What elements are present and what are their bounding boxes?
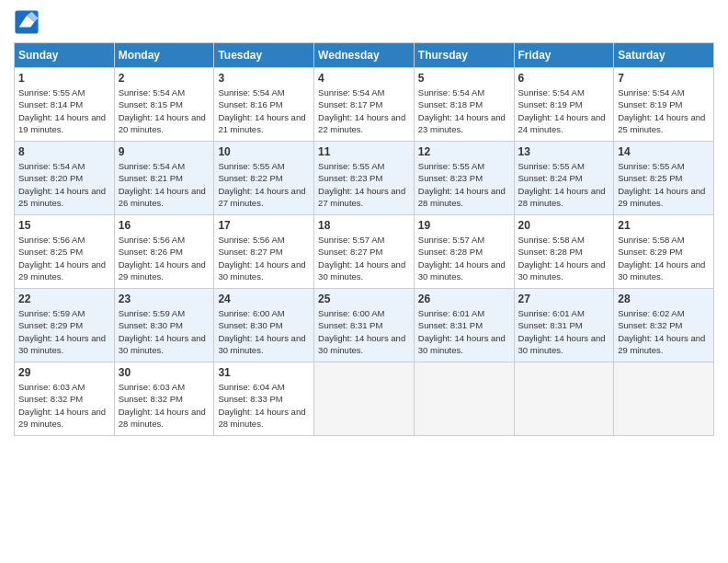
table-row: 2Sunrise: 5:54 AMSunset: 8:15 PMDaylight… [114,68,214,142]
day-number: 13 [518,145,610,158]
day-number: 6 [518,72,610,85]
day-number: 25 [318,293,410,305]
day-number: 14 [618,145,710,158]
table-row: 21Sunrise: 5:58 AMSunset: 8:29 PMDayligh… [614,215,714,289]
day-number: 12 [418,145,510,158]
column-header-sunday: Sunday [15,43,115,68]
day-number: 4 [318,72,410,85]
day-number: 11 [318,145,410,158]
table-row: 8Sunrise: 5:54 AMSunset: 8:20 PMDaylight… [15,142,115,215]
logo [14,9,43,35]
table-row [314,362,415,436]
table-row: 7Sunrise: 5:54 AMSunset: 8:19 PMDaylight… [614,68,714,142]
day-number: 21 [618,219,710,232]
table-row: 12Sunrise: 5:55 AMSunset: 8:23 PMDayligh… [414,142,514,215]
day-info: Sunrise: 5:59 AMSunset: 8:30 PMDaylight:… [119,307,210,356]
table-row: 3Sunrise: 5:54 AMSunset: 8:16 PMDaylight… [214,68,314,142]
table-row: 23Sunrise: 5:59 AMSunset: 8:30 PMDayligh… [114,289,214,362]
table-row: 19Sunrise: 5:57 AMSunset: 8:28 PMDayligh… [414,215,514,289]
day-info: Sunrise: 5:54 AMSunset: 8:19 PMDaylight:… [518,86,610,135]
table-row: 26Sunrise: 6:01 AMSunset: 8:31 PMDayligh… [414,289,514,362]
day-number: 17 [218,219,310,232]
table-row: 14Sunrise: 5:55 AMSunset: 8:25 PMDayligh… [614,142,714,215]
table-row [414,362,514,436]
day-info: Sunrise: 5:55 AMSunset: 8:25 PMDaylight:… [618,160,710,209]
day-info: Sunrise: 5:57 AMSunset: 8:27 PMDaylight:… [318,234,410,282]
day-info: Sunrise: 5:54 AMSunset: 8:16 PMDaylight:… [218,86,310,135]
page-header [14,9,714,35]
day-info: Sunrise: 5:57 AMSunset: 8:28 PMDaylight:… [418,234,510,282]
table-row: 15Sunrise: 5:56 AMSunset: 8:25 PMDayligh… [15,215,115,289]
day-info: Sunrise: 5:54 AMSunset: 8:17 PMDaylight:… [318,86,410,135]
day-info: Sunrise: 5:56 AMSunset: 8:25 PMDaylight:… [18,234,110,282]
day-number: 22 [18,293,110,305]
table-row: 13Sunrise: 5:55 AMSunset: 8:24 PMDayligh… [514,142,614,215]
table-row: 9Sunrise: 5:54 AMSunset: 8:21 PMDaylight… [114,142,214,215]
table-row: 31Sunrise: 6:04 AMSunset: 8:33 PMDayligh… [214,362,314,436]
table-row: 17Sunrise: 5:56 AMSunset: 8:27 PMDayligh… [214,215,314,289]
day-info: Sunrise: 5:56 AMSunset: 8:27 PMDaylight:… [218,234,310,282]
day-number: 3 [218,72,310,85]
day-number: 5 [418,72,510,85]
day-number: 24 [218,293,310,305]
day-info: Sunrise: 6:00 AMSunset: 8:31 PMDaylight:… [318,307,410,356]
day-info: Sunrise: 5:59 AMSunset: 8:29 PMDaylight:… [18,307,110,356]
day-number: 1 [18,72,110,85]
day-info: Sunrise: 5:54 AMSunset: 8:20 PMDaylight:… [18,160,110,209]
logo-icon [14,9,40,35]
column-header-friday: Friday [514,43,614,68]
day-info: Sunrise: 6:01 AMSunset: 8:31 PMDaylight:… [518,307,610,356]
day-number: 28 [618,293,710,305]
day-number: 9 [119,145,210,158]
day-number: 10 [218,145,310,158]
table-row: 4Sunrise: 5:54 AMSunset: 8:17 PMDaylight… [314,68,415,142]
day-info: Sunrise: 5:55 AMSunset: 8:24 PMDaylight:… [518,160,610,209]
day-info: Sunrise: 6:01 AMSunset: 8:31 PMDaylight:… [418,307,510,356]
day-info: Sunrise: 5:54 AMSunset: 8:15 PMDaylight:… [119,86,210,135]
day-number: 16 [119,219,210,232]
day-info: Sunrise: 6:04 AMSunset: 8:33 PMDaylight:… [218,381,310,430]
day-number: 20 [518,219,610,232]
day-number: 2 [119,72,210,85]
column-header-wednesday: Wednesday [314,43,415,68]
day-info: Sunrise: 6:02 AMSunset: 8:32 PMDaylight:… [618,307,710,356]
column-header-tuesday: Tuesday [214,43,314,68]
day-info: Sunrise: 6:00 AMSunset: 8:30 PMDaylight:… [218,307,310,356]
table-row: 10Sunrise: 5:55 AMSunset: 8:22 PMDayligh… [214,142,314,215]
table-row: 1Sunrise: 5:55 AMSunset: 8:14 PMDaylight… [15,68,115,142]
day-info: Sunrise: 5:55 AMSunset: 8:22 PMDaylight:… [218,160,310,209]
day-info: Sunrise: 6:03 AMSunset: 8:32 PMDaylight:… [18,381,110,430]
day-info: Sunrise: 5:58 AMSunset: 8:28 PMDaylight:… [518,234,610,282]
day-number: 18 [318,219,410,232]
table-row: 6Sunrise: 5:54 AMSunset: 8:19 PMDaylight… [514,68,614,142]
day-info: Sunrise: 5:54 AMSunset: 8:19 PMDaylight:… [618,86,710,135]
day-number: 26 [418,293,510,305]
table-row: 28Sunrise: 6:02 AMSunset: 8:32 PMDayligh… [614,289,714,362]
day-number: 29 [18,366,110,379]
table-row [514,362,614,436]
table-row: 27Sunrise: 6:01 AMSunset: 8:31 PMDayligh… [514,289,614,362]
table-row: 5Sunrise: 5:54 AMSunset: 8:18 PMDaylight… [414,68,514,142]
table-row: 30Sunrise: 6:03 AMSunset: 8:32 PMDayligh… [114,362,214,436]
table-row: 11Sunrise: 5:55 AMSunset: 8:23 PMDayligh… [314,142,415,215]
day-number: 27 [518,293,610,305]
day-number: 7 [618,72,710,85]
day-info: Sunrise: 5:56 AMSunset: 8:26 PMDaylight:… [119,234,210,282]
table-row [614,362,714,436]
day-info: Sunrise: 5:54 AMSunset: 8:18 PMDaylight:… [418,86,510,135]
table-row: 25Sunrise: 6:00 AMSunset: 8:31 PMDayligh… [314,289,415,362]
day-number: 15 [18,219,110,232]
table-row: 18Sunrise: 5:57 AMSunset: 8:27 PMDayligh… [314,215,415,289]
day-info: Sunrise: 5:58 AMSunset: 8:29 PMDaylight:… [618,234,710,282]
table-row: 22Sunrise: 5:59 AMSunset: 8:29 PMDayligh… [15,289,115,362]
day-number: 23 [119,293,210,305]
day-info: Sunrise: 5:54 AMSunset: 8:21 PMDaylight:… [119,160,210,209]
table-row: 20Sunrise: 5:58 AMSunset: 8:28 PMDayligh… [514,215,614,289]
day-number: 30 [119,366,210,379]
day-number: 31 [218,366,310,379]
table-row: 16Sunrise: 5:56 AMSunset: 8:26 PMDayligh… [114,215,214,289]
table-row: 24Sunrise: 6:00 AMSunset: 8:30 PMDayligh… [214,289,314,362]
day-number: 8 [18,145,110,158]
column-header-thursday: Thursday [414,43,514,68]
column-header-saturday: Saturday [614,43,714,68]
